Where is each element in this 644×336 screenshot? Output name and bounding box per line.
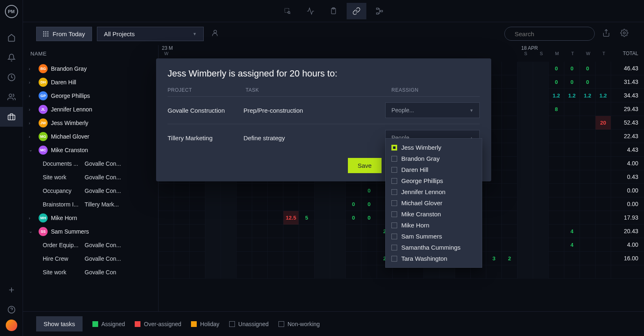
task-row[interactable]: Documents ...Govalle Con... — [23, 157, 158, 170]
workload-cell[interactable] — [564, 143, 580, 157]
workload-cell[interactable] — [596, 62, 611, 75]
workload-cell[interactable]: 1.2 — [564, 89, 580, 102]
checkbox[interactable] — [391, 200, 397, 206]
view-hierarchy-icon[interactable] — [370, 3, 389, 19]
workload-cell[interactable]: 0 — [346, 211, 361, 225]
workload-cell[interactable] — [315, 211, 330, 225]
workload-cell[interactable] — [205, 184, 221, 197]
workload-cell[interactable] — [268, 211, 283, 225]
workload-cell[interactable] — [502, 238, 518, 252]
workload-cell[interactable] — [596, 130, 611, 143]
task-row[interactable]: Order Equip...Govalle Con... — [23, 238, 158, 252]
clock-icon[interactable] — [0, 67, 23, 87]
workload-cell[interactable] — [518, 62, 533, 75]
workload-cell[interactable] — [237, 184, 252, 197]
workload-cell[interactable] — [268, 252, 283, 265]
settings-icon[interactable] — [618, 26, 631, 41]
workload-cell[interactable] — [549, 197, 564, 211]
workload-cell[interactable] — [533, 265, 549, 279]
workload-cell[interactable] — [237, 238, 252, 252]
workload-cell[interactable] — [283, 184, 299, 197]
workload-cell[interactable] — [174, 197, 190, 211]
checkbox[interactable] — [391, 222, 397, 228]
save-button[interactable]: Save — [348, 158, 382, 173]
workload-cell[interactable]: 4 — [564, 225, 580, 238]
workload-cell[interactable] — [596, 143, 611, 157]
workload-cell[interactable] — [205, 252, 221, 265]
workload-cell[interactable]: 0 — [346, 197, 361, 211]
workload-cell[interactable] — [252, 238, 268, 252]
dropdown-item[interactable]: Michael Glover — [386, 197, 482, 209]
workload-cell[interactable]: 1.2 — [549, 89, 564, 102]
workload-cell[interactable] — [533, 75, 549, 89]
checkbox[interactable] — [391, 234, 397, 239]
workload-cell[interactable] — [361, 238, 377, 252]
projects-select[interactable]: All Projects ▼ — [97, 27, 204, 41]
workload-cell[interactable]: 0 — [549, 62, 564, 75]
workload-cell[interactable] — [315, 238, 330, 252]
person-filter-icon[interactable] — [209, 26, 222, 41]
workload-cell[interactable] — [252, 197, 268, 211]
workload-cell[interactable] — [502, 184, 518, 197]
workload-cell[interactable] — [596, 197, 611, 211]
person-row[interactable]: ›MHMike Horn — [23, 211, 158, 225]
workload-cell[interactable] — [533, 116, 549, 130]
workload-cell[interactable] — [159, 252, 174, 265]
workload-cell[interactable] — [221, 184, 237, 197]
workload-cell[interactable] — [549, 265, 564, 279]
expand-icon[interactable]: › — [29, 134, 35, 139]
people-icon[interactable] — [0, 87, 23, 107]
show-tasks-button[interactable]: Show tasks — [36, 316, 83, 331]
workload-cell[interactable] — [330, 184, 346, 197]
workload-cell[interactable] — [580, 225, 596, 238]
workload-cell[interactable] — [237, 211, 252, 225]
workload-cell[interactable] — [596, 238, 611, 252]
workload-cell[interactable] — [190, 238, 205, 252]
workload-cell[interactable] — [315, 252, 330, 265]
workload-cell[interactable] — [564, 157, 580, 170]
workload-cell[interactable]: 4 — [564, 238, 580, 252]
workload-cell[interactable] — [596, 184, 611, 197]
workload-cell[interactable] — [299, 197, 315, 211]
workload-cell[interactable] — [283, 197, 299, 211]
workload-cell[interactable] — [518, 89, 533, 102]
workload-cell[interactable] — [283, 265, 299, 279]
workload-cell[interactable] — [486, 197, 502, 211]
workload-cell[interactable] — [533, 143, 549, 157]
workload-cell[interactable] — [174, 211, 190, 225]
checkbox[interactable] — [391, 256, 397, 262]
checkbox[interactable] — [391, 178, 397, 184]
workload-cell[interactable] — [221, 225, 237, 238]
workload-cell[interactable] — [159, 197, 174, 211]
dropdown-item[interactable]: Samantha Cummings — [386, 242, 482, 253]
workload-cell[interactable]: 0 — [361, 184, 377, 197]
workload-cell[interactable] — [596, 225, 611, 238]
workload-cell[interactable] — [299, 225, 315, 238]
expand-icon[interactable]: › — [29, 93, 35, 98]
dropdown-item[interactable]: Daren Hill — [386, 164, 482, 175]
workload-cell[interactable] — [518, 75, 533, 89]
workload-cell[interactable] — [486, 265, 502, 279]
workload-cell[interactable] — [502, 157, 518, 170]
checkbox[interactable] — [391, 245, 397, 250]
workload-cell[interactable] — [252, 265, 268, 279]
workload-cell[interactable] — [596, 157, 611, 170]
workload-cell[interactable] — [596, 252, 611, 265]
workload-cell[interactable] — [330, 211, 346, 225]
workload-cell[interactable] — [486, 211, 502, 225]
workload-cell[interactable] — [205, 265, 221, 279]
workload-cell[interactable] — [502, 197, 518, 211]
checkbox[interactable] — [391, 211, 397, 217]
person-row[interactable]: ›DHDaren Hill — [23, 75, 158, 89]
expand-icon[interactable]: › — [29, 66, 35, 71]
search-box[interactable] — [504, 27, 595, 41]
workload-cell[interactable] — [580, 252, 596, 265]
dropdown-item[interactable]: Tara Washington — [386, 253, 482, 264]
workload-cell[interactable] — [315, 197, 330, 211]
workload-cell[interactable] — [190, 184, 205, 197]
workload-cell[interactable] — [361, 252, 377, 265]
workload-cell[interactable] — [564, 197, 580, 211]
workload-cell[interactable] — [502, 75, 518, 89]
help-icon[interactable] — [0, 300, 23, 320]
workload-cell[interactable] — [596, 170, 611, 184]
